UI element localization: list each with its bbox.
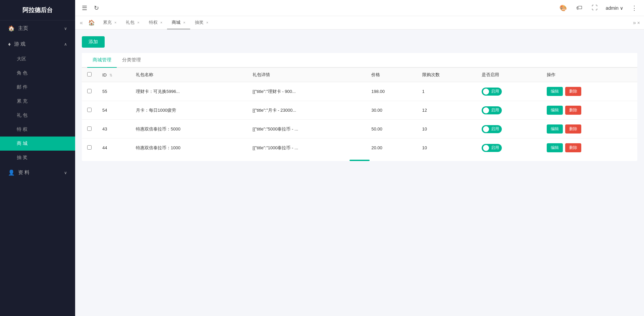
sidebar-item-recharge[interactable]: 累 充 [0,94,75,108]
sidebar-item-profile[interactable]: 👤 资 料 ∨ [0,165,75,180]
toggle-enabled[interactable]: 启用 [482,88,502,96]
table-body: 55 理财卡：可兑换5996... [{"title":"理财卡 - 900..… [82,82,637,157]
col-limit: 限购次数 [417,68,476,82]
tabs-nav-left[interactable]: « [78,20,85,26]
sidebar-item-shop[interactable]: 商 城 [0,137,75,151]
delete-button[interactable]: 删除 [565,87,581,96]
close-icon[interactable]: × [160,20,162,24]
close-icon[interactable]: × [183,20,185,24]
col-price-label: 价格 [371,72,380,77]
row-id: 55 [97,82,130,101]
topbar-right: 🎨 🏷 ⛶ admin ∨ ⋮ [558,3,639,13]
main-content: ☰ ↻ 🎨 🏷 ⛶ admin ∨ ⋮ « 🏠 累充 × 礼包 × 特权 [75,0,644,316]
tabs-more-icon[interactable]: » [633,20,636,26]
sidebar-item-zone[interactable]: 大区 [0,52,75,66]
edit-button[interactable]: 编辑 [547,143,563,152]
row-name: 月卡：每日1000疲劳 [130,101,247,120]
delete-button[interactable]: 删除 [565,106,581,115]
close-icon[interactable]: × [206,20,208,24]
tab-label: 商城 [172,19,180,25]
row-limit: 10 [417,139,476,157]
sort-icon[interactable]: ⇅ [109,73,112,77]
sidebar-item-lottery[interactable]: 抽 奖 [0,151,75,165]
sidebar-item-label: 大区 [17,56,26,61]
shop-panel: 商城管理 分类管理 ID ⇅ [82,53,637,161]
sidebar-item-game[interactable]: ♦ 游 戏 ∧ [0,36,75,52]
row-detail: [{"title":"1000泰拉币 - ... [247,139,366,157]
sidebar-item-privilege[interactable]: 特 权 [0,122,75,137]
sidebar-item-gift[interactable]: 礼 包 [0,108,75,122]
toggle-enabled[interactable]: 启用 [482,125,502,133]
chevron-up-icon: ∧ [64,42,67,47]
page-content: 添加 商城管理 分类管理 [75,30,644,316]
row-enabled: 启用 [476,139,541,157]
tag-icon[interactable]: 🏷 [575,3,584,13]
row-enabled: 启用 [476,120,541,139]
row-checkbox-cell [82,82,97,101]
row-checkbox[interactable] [87,126,92,131]
tab-category-manage[interactable]: 分类管理 [117,53,146,68]
tab-gift[interactable]: 礼包 × [121,16,144,30]
tab-shop-manage[interactable]: 商城管理 [87,53,117,68]
chevron-down-icon: ∨ [620,5,623,11]
add-button[interactable]: 添加 [82,36,105,48]
chevron-down-icon: ∨ [64,26,67,31]
select-all-checkbox[interactable] [87,72,92,76]
fullscreen-icon[interactable]: ⛶ [590,3,599,13]
row-checkbox[interactable] [87,89,92,93]
row-name: 特惠双倍泰拉币：5000 [130,120,247,139]
more-icon[interactable]: ⋮ [630,3,639,13]
toggle-label: 启用 [491,126,499,132]
tab-label: 抽奖 [195,19,204,25]
row-checkbox-cell [82,101,97,120]
topbar: ☰ ↻ 🎨 🏷 ⛶ admin ∨ ⋮ [75,0,644,16]
sidebar-item-home[interactable]: 🏠 主页 ∨ [0,20,75,36]
close-icon[interactable]: × [114,20,116,24]
sidebar-item-role[interactable]: 角 色 [0,66,75,80]
table-row: 43 特惠双倍泰拉币：5000 [{"title":"5000泰拉币 - ...… [82,120,637,139]
row-actions: 编辑 删除 [541,101,637,120]
close-icon[interactable]: × [137,20,139,24]
row-detail: [{"title":"5000泰拉币 - ... [247,120,366,139]
edit-button[interactable]: 编辑 [547,124,563,134]
row-checkbox[interactable] [87,145,92,150]
person-icon: 👤 [8,169,15,176]
delete-button[interactable]: 删除 [565,124,581,134]
menu-icon[interactable]: ☰ [80,3,89,13]
row-limit: 12 [417,101,476,120]
row-checkbox[interactable] [87,108,92,112]
sidebar-item-label: 资 料 [18,169,30,176]
tab-recharge[interactable]: 累充 × [98,16,121,30]
row-name: 理财卡：可兑换5996... [130,82,247,101]
tabs-close-all-icon[interactable]: × [637,20,640,25]
col-enabled: 是否启用 [476,68,541,82]
row-actions: 编辑 删除 [541,120,637,139]
sidebar-item-label: 累 充 [17,98,28,104]
toggle-enabled[interactable]: 启用 [482,144,502,152]
table-row: 44 特惠双倍泰拉币：1000 [{"title":"1000泰拉币 - ...… [82,139,637,157]
theme-icon[interactable]: 🎨 [558,3,568,13]
tab-privilege[interactable]: 特权 × [144,16,167,30]
inner-tab-label: 商城管理 [93,57,111,62]
row-id: 43 [97,120,130,139]
toggle-enabled[interactable]: 启用 [482,106,502,114]
tabs-bar: « 🏠 累充 × 礼包 × 特权 × 商城 × 抽奖 × » × [75,16,644,30]
sidebar-item-mail[interactable]: 邮 件 [0,80,75,94]
sidebar-item-label: 角 色 [17,70,28,75]
toggle-label: 启用 [491,107,499,113]
home-tab-icon[interactable]: 🏠 [85,19,98,26]
table-row: 54 月卡：每日1000疲劳 [{"title":"月卡 - 23000... … [82,101,637,120]
tab-shop[interactable]: 商城 × [167,16,190,30]
sidebar-item-label: 邮 件 [17,84,28,90]
tab-label: 礼包 [126,19,135,25]
shop-table: ID ⇅ 礼包名称 礼包详情 价格 [82,68,637,157]
row-limit: 1 [417,82,476,101]
delete-button[interactable]: 删除 [565,143,581,152]
sidebar: 阿拉德后台 🏠 主页 ∨ ♦ 游 戏 ∧ 大区 角 色 邮 件 累 充 礼 包 … [0,0,75,316]
admin-menu[interactable]: admin ∨ [606,5,623,11]
tab-lottery[interactable]: 抽奖 × [190,16,213,30]
edit-button[interactable]: 编辑 [547,87,563,96]
edit-button[interactable]: 编辑 [547,106,563,115]
refresh-icon[interactable]: ↻ [93,3,100,13]
row-actions: 编辑 删除 [541,82,637,101]
